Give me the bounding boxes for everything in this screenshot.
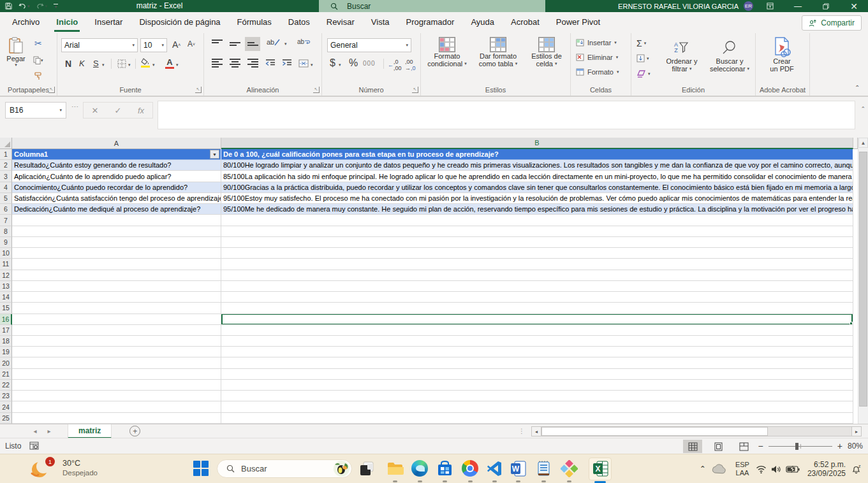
cell-A6[interactable]: Dedicación¿Cuánto me dediqué al proceso …	[12, 204, 221, 215]
close-button[interactable]: ✕	[840, 0, 868, 12]
ribbon-tab-datos[interactable]: Datos	[280, 12, 318, 33]
cell-B12[interactable]	[221, 270, 853, 281]
tabbar-splitter[interactable]: ⋮	[519, 428, 526, 435]
cell-B22[interactable]	[221, 380, 853, 391]
cell-A15[interactable]	[12, 303, 221, 314]
cell-A7[interactable]	[12, 215, 221, 226]
clear-icon[interactable]: ▾	[636, 70, 651, 78]
comma-style-icon[interactable]: 000	[363, 60, 376, 67]
align-left-icon[interactable]	[212, 59, 223, 68]
namebox-splitter[interactable]: ⋮	[71, 103, 80, 111]
language-indicator[interactable]: ESPLAA	[735, 461, 749, 477]
ribbon-display-options-icon[interactable]	[756, 0, 784, 12]
cell-B7[interactable]	[221, 215, 853, 226]
ribbon-tab-inicio[interactable]: Inicio	[48, 12, 86, 33]
row-header-13[interactable]: 13	[0, 281, 12, 292]
cell-B13[interactable]	[221, 281, 853, 292]
account-area[interactable]: ERNESTO RAFAEL VILORIA GARCIA ER	[618, 0, 753, 12]
merge-center-icon[interactable]	[298, 59, 309, 68]
scroll-left-icon[interactable]: ◂	[531, 426, 541, 436]
cell-B11[interactable]	[221, 259, 853, 270]
column-header-b[interactable]: B	[221, 138, 853, 149]
italic-button[interactable]: K	[79, 59, 85, 68]
sheet-nav-left-icon[interactable]: ◂	[28, 428, 42, 435]
delete-cells-button[interactable]: Eliminar▾	[576, 54, 618, 61]
undo-icon[interactable]: ▾	[18, 3, 30, 10]
word-icon[interactable]: W	[510, 460, 527, 477]
borders-icon[interactable]	[117, 59, 126, 68]
align-right-icon[interactable]	[247, 59, 258, 68]
row-header-14[interactable]: 14	[0, 292, 12, 303]
align-center-icon[interactable]	[230, 59, 240, 68]
edge-icon[interactable]	[411, 460, 429, 477]
wrap-text-icon[interactable]: ab	[297, 38, 311, 45]
sheet-nav-right-icon[interactable]: ▸	[42, 428, 56, 435]
avatar[interactable]: ER	[744, 1, 753, 11]
orientation-icon[interactable]: ab	[267, 38, 280, 46]
insert-function-icon[interactable]: fx	[129, 106, 152, 115]
sort-filter-button[interactable]: AZ Ordenar y filtrar▾	[659, 38, 704, 73]
cell-A4[interactable]: Conocimiento¿Cuánto puedo recordar de lo…	[12, 182, 221, 193]
onedrive-icon[interactable]	[711, 464, 726, 474]
filter-dropdown-icon[interactable]: ▼	[210, 150, 219, 159]
cell-B18[interactable]	[221, 336, 853, 347]
fill-color-icon[interactable]	[141, 58, 150, 68]
align-top-icon[interactable]	[212, 40, 223, 46]
row-header-15[interactable]: 15	[0, 303, 12, 314]
row-header-6[interactable]: 6	[0, 204, 12, 215]
zoom-out-icon[interactable]: −	[758, 441, 763, 451]
row-header-4[interactable]: 4	[0, 182, 12, 193]
underline-button[interactable]: S	[93, 59, 99, 68]
cell-B24[interactable]	[221, 401, 853, 412]
borders-chevron[interactable]: ▾	[128, 62, 131, 68]
taskbar-search[interactable]: Buscar	[217, 459, 352, 478]
cell-A3[interactable]: Aplicación¿Cuánto de lo aprendido puedo …	[12, 171, 221, 182]
cell-A11[interactable]	[12, 259, 221, 270]
horizontal-scrollbar[interactable]: ◂ ▸	[531, 426, 863, 436]
ribbon-tab-acrobat[interactable]: Acrobat	[503, 12, 548, 33]
zoom-in-icon[interactable]: +	[837, 441, 842, 451]
font-size-select[interactable]: 10▾	[140, 38, 167, 52]
decrease-indent-icon[interactable]	[265, 59, 276, 68]
format-painter-icon[interactable]	[33, 72, 43, 80]
select-all-corner[interactable]	[0, 138, 12, 149]
cell-A8[interactable]	[12, 226, 221, 237]
zoom-level[interactable]: 80%	[848, 442, 863, 451]
cell-A23[interactable]	[12, 391, 221, 401]
row-header-23[interactable]: 23	[0, 391, 12, 401]
volume-icon[interactable]	[771, 465, 781, 473]
save-icon[interactable]	[5, 3, 12, 10]
page-break-view-icon[interactable]	[734, 440, 753, 453]
cell-B4[interactable]: 90/100Gracias a la práctica distribuida,…	[221, 182, 853, 193]
ribbon-tab-ayuda[interactable]: Ayuda	[462, 12, 503, 33]
row-header-3[interactable]: 3	[0, 171, 12, 182]
excel-icon[interactable]: X	[592, 460, 609, 477]
page-layout-view-icon[interactable]	[709, 440, 728, 453]
ribbon-tab-archivo[interactable]: Archivo	[4, 12, 48, 33]
cell-B6[interactable]: 95/100Me he dedicado de manera muy const…	[221, 204, 853, 215]
alignment-dialog-launcher[interactable]: ↘	[313, 87, 320, 93]
cell-B2[interactable]: 80/100He logrado limpiar y analizar un c…	[221, 160, 853, 171]
wifi-icon[interactable]	[756, 465, 767, 473]
conditional-formatting-button[interactable]: Formato condicional▾	[423, 37, 471, 68]
name-box[interactable]: B16▾	[5, 102, 66, 119]
row-header-8[interactable]: 8	[0, 226, 12, 237]
number-dialog-launcher[interactable]: ↘	[412, 87, 418, 93]
redo-icon[interactable]: ▾	[36, 3, 48, 10]
merge-chevron[interactable]: ▾	[311, 62, 313, 68]
row-header-16[interactable]: 16	[0, 314, 12, 325]
scroll-right-icon[interactable]: ▸	[851, 426, 862, 436]
search-highlight-image[interactable]	[334, 461, 349, 477]
cell-A1[interactable]: Columna1▼	[12, 149, 221, 160]
cell-A17[interactable]	[12, 325, 221, 336]
align-middle-icon[interactable]	[230, 40, 240, 46]
currency-chevron[interactable]: ▾	[339, 62, 341, 68]
autosum-icon[interactable]: Σ▾	[636, 38, 646, 48]
cell-A21[interactable]	[12, 369, 221, 380]
minimize-button[interactable]: —	[784, 0, 812, 12]
cell-A19[interactable]	[12, 347, 221, 357]
new-sheet-icon[interactable]: +	[129, 426, 140, 436]
fill-color-chevron[interactable]: ▾	[152, 62, 155, 68]
insert-cells-button[interactable]: Insertar▾	[576, 39, 617, 47]
file-explorer-icon[interactable]	[386, 460, 404, 477]
